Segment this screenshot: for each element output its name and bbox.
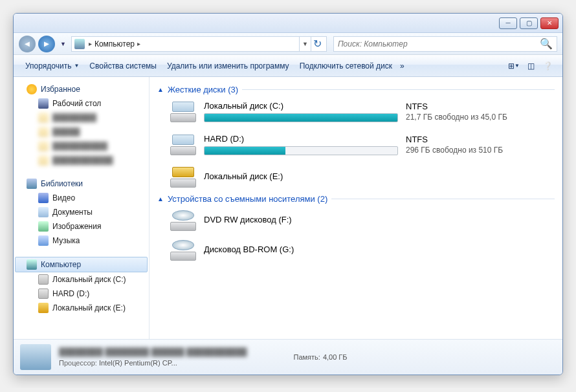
drive-name: Локальный диск (C:) [204,101,398,111]
hard-disk-icon [170,135,196,155]
sidebar-item-hard-d[interactable]: HARD (D:) [15,287,148,301]
preview-pane-button[interactable]: ◫ [522,58,539,74]
hard-disk-icon [170,102,196,122]
drive-name: Дисковод BD-ROM (G:) [204,245,398,254]
back-button[interactable]: ◄ [19,36,36,52]
space-text: 21,7 ГБ свободно из 45,0 ГБ [406,113,507,122]
space-bar [204,146,398,155]
sidebar-item-local-c[interactable]: Локальный диск (C:) [15,272,148,287]
sidebar-item-blurred[interactable]: ███████████ [15,153,148,168]
sidebar-libraries[interactable]: Библиотеки [15,177,148,191]
navigation-pane: Избранное Рабочий стол ████████ █████ ██… [14,77,150,339]
minimize-button[interactable]: ─ [499,17,517,29]
locked-disk-icon [170,167,196,188]
computer-large-icon [20,344,51,370]
video-icon [38,193,49,203]
sidebar-item-music[interactable]: Музыка [15,234,148,248]
sidebar-item-desktop[interactable]: Рабочий стол [15,96,148,111]
cpu-value: Intel(R) Pentium(R) CP... [99,359,177,367]
drive-name: DVD RW дисковод (F:) [204,215,398,224]
map-network-drive-button[interactable]: Подключить сетевой диск [294,59,397,73]
sidebar-item-images[interactable]: Изображения [15,219,148,234]
image-icon [38,221,49,232]
disk-icon [38,289,49,299]
breadcrumb-segment[interactable]: Компьютер [92,39,137,49]
locked-disk-icon [38,303,49,313]
refresh-button[interactable]: ↻ [311,37,324,51]
breadcrumb-dropdown[interactable]: ▼ [299,37,311,51]
drive-item-c[interactable]: Локальный диск (C:) NTFS 21,7 ГБ свободн… [170,101,555,122]
sidebar-item-blurred[interactable]: ██████████ [15,139,148,153]
space-text: 296 ГБ свободно из 510 ГБ [406,146,503,155]
desktop-icon [38,98,49,109]
drive-item-g[interactable]: Дисковод BD-ROM (G:) [170,240,555,261]
computer-icon [74,39,85,49]
sidebar-computer[interactable]: Компьютер [15,257,148,272]
group-header-removable[interactable]: ▲ Устройства со съемными носителями (2) [157,194,555,204]
search-box[interactable]: 🔍 [333,36,557,52]
disk-icon [38,274,49,285]
uninstall-program-button[interactable]: Удалить или изменить программу [162,59,294,73]
sidebar-item-video[interactable]: Видео [15,191,148,205]
drive-item-d[interactable]: HARD (D:) NTFS 296 ГБ свободно из 510 ГБ [170,134,555,155]
dvd-drive-icon [170,210,196,231]
search-input[interactable] [338,39,540,49]
document-icon [38,207,49,217]
drive-name: Локальный диск (E:) [204,171,398,181]
sidebar-item-blurred[interactable]: █████ [15,125,148,139]
help-button[interactable]: ❔ [539,58,556,74]
space-bar [204,113,398,122]
computer-icon [27,259,37,270]
titlebar: ─ ▢ ✕ [14,14,562,33]
close-button[interactable]: ✕ [540,17,559,29]
maximize-button[interactable]: ▢ [520,17,538,29]
history-dropdown[interactable]: ▼ [60,41,66,47]
memory-value: 4,00 ГБ [323,353,348,361]
forward-button[interactable]: ► [38,36,55,52]
toolbar: Упорядочить ▼ Свойства системы Удалить и… [14,55,562,77]
bd-drive-icon [170,240,196,261]
filesystem-label: NTFS [406,102,507,111]
sidebar-favorites[interactable]: Избранное [15,82,148,96]
sidebar-item-documents[interactable]: Документы [15,205,148,219]
filesystem-label: NTFS [406,135,503,144]
nav-row: ◄ ► ▼ ▸ Компьютер ▸ ▼ ↻ 🔍 [14,33,562,55]
content-pane: ▲ Жесткие диски (3) Локальный диск (C:) … [150,77,562,339]
music-icon [38,235,49,246]
sidebar-item-blurred[interactable]: ████████ [15,111,148,125]
drive-name: HARD (D:) [204,134,398,144]
drive-item-e[interactable]: Локальный диск (E:) [170,167,555,188]
drive-item-f[interactable]: DVD RW дисковод (F:) [170,210,555,231]
details-pane: ████████ ████████ ██████ ███████████ Про… [14,339,562,375]
toolbar-overflow[interactable]: » [397,59,407,73]
breadcrumb[interactable]: ▸ Компьютер ▸ ▼ ↻ [71,36,327,52]
body: Избранное Рабочий стол ████████ █████ ██… [14,77,562,339]
sidebar-item-local-e[interactable]: Локальный диск (E:) [15,301,148,315]
organize-menu[interactable]: Упорядочить ▼ [20,59,84,73]
libraries-icon [27,179,37,189]
star-icon [27,84,37,94]
group-header-hard-disks[interactable]: ▲ Жесткие диски (3) [157,85,555,94]
search-icon: 🔍 [540,38,553,50]
view-options-button[interactable]: ⊞ ▼ [505,58,522,74]
explorer-window: ─ ▢ ✕ ◄ ► ▼ ▸ Компьютер ▸ ▼ ↻ 🔍 Упорядоч… [13,13,563,375]
system-properties-button[interactable]: Свойства системы [84,59,162,73]
